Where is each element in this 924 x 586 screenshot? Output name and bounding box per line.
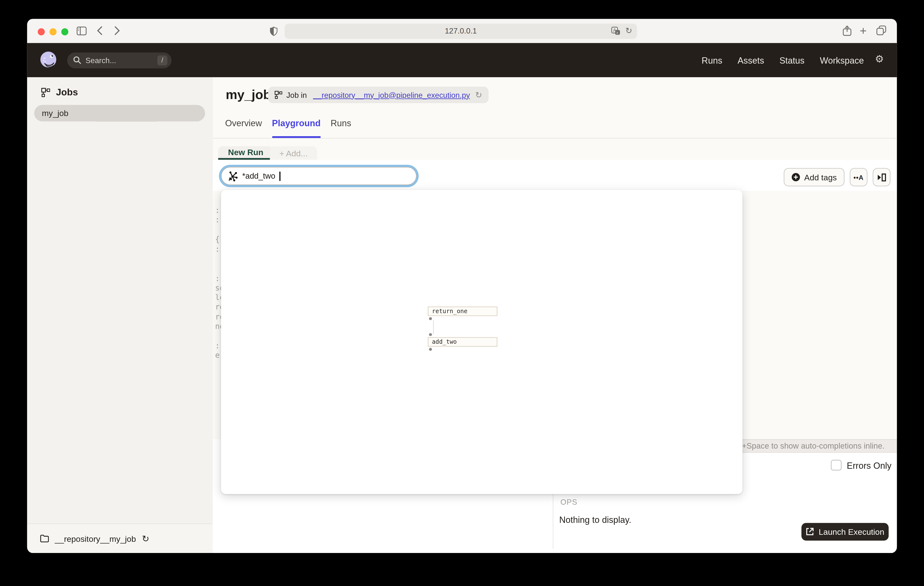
- new-run-tab[interactable]: New Run: [218, 146, 274, 160]
- autocomplete-hint-text: +Space to show auto-completions inline.: [742, 442, 885, 450]
- tab-overview-icon[interactable]: [876, 25, 886, 35]
- tabs-divider: [213, 138, 897, 138]
- errors-only-label: Errors Only: [847, 460, 891, 470]
- launch-execution-label: Launch Execution: [819, 527, 884, 536]
- share-icon[interactable]: [843, 25, 851, 36]
- errors-only-control: Errors Only: [831, 460, 891, 470]
- op-selector-value: *add_two: [242, 172, 276, 180]
- badge-prefix: Job in: [286, 91, 309, 99]
- sidebar-header: Jobs: [41, 87, 78, 98]
- job-icon: [41, 88, 50, 97]
- folder-icon: [40, 535, 49, 543]
- job-tabs: Overview Playground Runs: [225, 118, 351, 138]
- privacy-shield-icon[interactable]: [270, 26, 277, 36]
- jobs-sidebar: Jobs my_job __repository__my_job ↻: [27, 77, 213, 553]
- search-placeholder: Search...: [86, 53, 116, 68]
- nav-workspace[interactable]: Workspace: [820, 55, 864, 65]
- output-dot: [429, 317, 432, 320]
- launch-execution-button[interactable]: Launch Execution: [802, 523, 889, 541]
- back-icon[interactable]: [97, 26, 102, 35]
- new-tab-icon[interactable]: +: [860, 24, 866, 38]
- browser-toolbar: 127.0.0.1 Ax ↻ +: [27, 19, 897, 44]
- autocomplete-hint-bar: +Space to show auto-completions inline.: [739, 439, 897, 453]
- ops-empty-text: Nothing to display.: [559, 515, 631, 525]
- add-config-tab[interactable]: + Add...: [270, 146, 317, 160]
- graph-node-add-two[interactable]: add_two: [428, 337, 497, 347]
- tab-playground[interactable]: Playground: [272, 118, 320, 138]
- edge-line: [433, 320, 434, 334]
- play-panel-icon: [877, 173, 886, 181]
- minimize-window-button[interactable]: [50, 28, 56, 35]
- repository-file-link[interactable]: __repository__my_job@pipeline_execution.…: [313, 91, 470, 99]
- tab-runs[interactable]: Runs: [331, 118, 351, 138]
- badge-reload-icon[interactable]: ↻: [475, 90, 482, 100]
- errors-only-checkbox[interactable]: [831, 460, 842, 470]
- main-content: my_job Job in __repository__my_job@pipel…: [213, 77, 897, 553]
- traffic-lights: [38, 27, 73, 38]
- job-origin-badge: Job in __repository__my_job@pipeline_exe…: [268, 87, 489, 103]
- settings-gear-icon[interactable]: ⚙: [875, 54, 884, 64]
- add-tags-button[interactable]: Add tags: [784, 168, 845, 186]
- ops-section-header: OPS: [561, 498, 578, 507]
- shortcuts-button[interactable]: ••A: [850, 168, 868, 186]
- graph-node-return-one[interactable]: return_one: [428, 306, 497, 316]
- zoom-window-button[interactable]: [61, 28, 68, 35]
- launch-icon: [806, 528, 814, 536]
- app-header: Search... / Runs Assets Status Workspace…: [27, 43, 897, 77]
- tab-overview[interactable]: Overview: [225, 118, 262, 138]
- svg-text:x: x: [616, 31, 618, 35]
- op-graph-preview-panel: return_one add_two: [221, 190, 742, 494]
- search-shortcut-chip: /: [157, 55, 167, 65]
- op-selector-input[interactable]: *add_two: [221, 167, 417, 185]
- browser-window: 127.0.0.1 Ax ↻ +: [27, 19, 897, 553]
- header-nav: Runs Assets Status Workspace: [702, 43, 864, 77]
- sidebar-title: Jobs: [56, 87, 78, 98]
- address-bar[interactable]: 127.0.0.1 Ax ↻: [285, 23, 637, 39]
- add-tags-label: Add tags: [804, 172, 837, 182]
- translate-icon[interactable]: Ax: [611, 26, 620, 36]
- url-text: 127.0.0.1: [285, 23, 637, 39]
- repository-row[interactable]: __repository__my_job ↻: [27, 524, 213, 553]
- job-icon: [275, 91, 282, 99]
- config-line: {: [215, 235, 219, 243]
- reload-icon[interactable]: ↻: [625, 26, 632, 35]
- global-search[interactable]: Search... /: [67, 53, 172, 68]
- plus-circle-icon: [791, 173, 800, 182]
- repository-reload-icon[interactable]: ↻: [142, 533, 150, 544]
- sidebar-item-my-job[interactable]: my_job: [34, 105, 205, 121]
- close-window-button[interactable]: [38, 28, 45, 35]
- dagster-logo-icon[interactable]: [38, 50, 59, 71]
- text-caret: [279, 171, 280, 180]
- nav-runs[interactable]: Runs: [702, 55, 723, 65]
- forward-icon[interactable]: [114, 26, 120, 35]
- page-title: my_job: [226, 87, 271, 103]
- repository-name: __repository__my_job: [55, 534, 136, 543]
- op-graph-icon: [228, 171, 238, 181]
- output-dot: [429, 348, 432, 351]
- nav-assets[interactable]: Assets: [738, 55, 764, 65]
- sidebar-toggle-icon[interactable]: [77, 26, 87, 35]
- search-icon: [73, 56, 81, 65]
- nav-status[interactable]: Status: [779, 55, 804, 65]
- input-dot: [429, 333, 432, 336]
- op-selector-row: *add_two Add tags ••A: [213, 160, 897, 192]
- toggle-panel-button[interactable]: [873, 168, 891, 186]
